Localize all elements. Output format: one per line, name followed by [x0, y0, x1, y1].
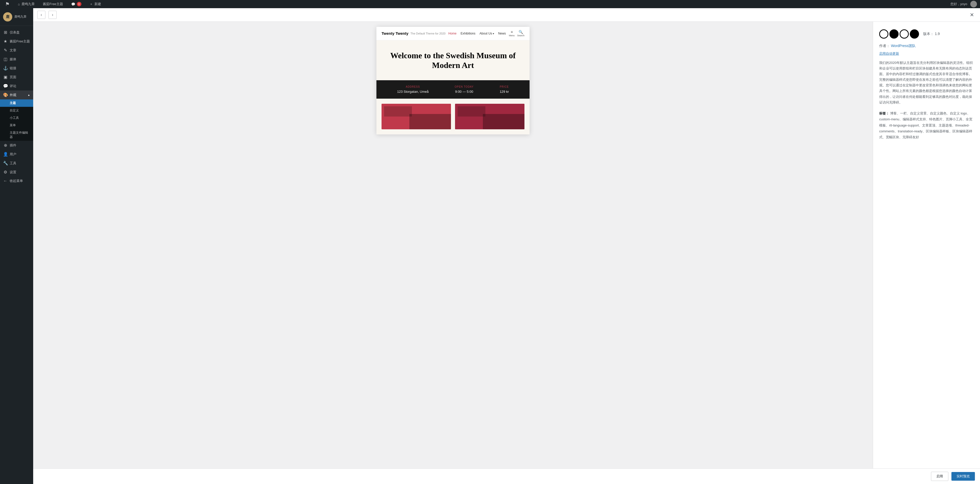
sidebar-item-media[interactable]: ◫媒体	[0, 55, 33, 64]
activate-button[interactable]: 启用	[931, 472, 948, 481]
tags-list: 博客、一栏、自定义背景、自定义颜色、自定义 logo、custom-menu、编…	[879, 112, 972, 139]
theme-tags: 标签： 博客、一栏、自定义背景、自定义颜色、自定义 logo、custom-me…	[879, 110, 974, 140]
demo-nav-home[interactable]: Home	[449, 32, 457, 35]
preview-close-button[interactable]: ✕	[968, 11, 976, 19]
infobar-hours-value: 9:00 — 5:00	[455, 90, 473, 94]
version-number: 1.9	[935, 32, 940, 36]
sidebar-logo: 鹿 鹿鸣九章	[0, 8, 33, 26]
author-link[interactable]: WordPress团队	[891, 44, 916, 48]
demo-tagline: The Default Theme for 2020	[410, 32, 445, 35]
sidebar-item-plugin-theme[interactable]: ★酱茹Free主题	[0, 37, 33, 46]
user-greeting: 您好，yoyo	[950, 2, 967, 6]
links-icon: ⚓	[3, 65, 8, 70]
sidebar-item-collapse[interactable]: ←收起菜单	[0, 177, 33, 185]
infobar-hours-label: OPEN TODAY	[455, 85, 473, 88]
preview-info-panel: 版本： 1.9 作者： WordPress团队 启用自动更新 我们的2020年默…	[873, 22, 980, 484]
theme-logo-circle-3	[900, 29, 909, 38]
appearance-icon: 🎨	[3, 93, 8, 97]
dashboard-icon: ⊞	[3, 30, 8, 35]
sidebar-item-comments[interactable]: 💬评论	[0, 81, 33, 91]
sidebar-item-pages[interactable]: ▣页面	[0, 73, 33, 81]
demo-cards	[376, 99, 530, 134]
home-icon: ⌂	[18, 2, 20, 6]
theme-description: 我们的2020年默认主题旨在充分利用区块编辑器的灵活性。组织和企业可以使用群组和…	[879, 60, 974, 105]
infobar-address-label: ADDRESS	[397, 85, 429, 88]
demo-search-icon[interactable]: 🔍 Search	[517, 30, 525, 37]
theme-preview-overlay: ‹ › ✕ Twenty Twenty The Default Theme fo…	[33, 8, 980, 484]
sidebar-item-dashboard[interactable]: ⊞仪表盘	[0, 28, 33, 37]
theme-demo: Twenty Twenty The Default Theme for 2020…	[376, 27, 530, 134]
author-label: 作者：	[879, 44, 890, 48]
adminbar-comments[interactable]: 💬 0	[69, 0, 83, 8]
adminbar-new[interactable]: ＋ 新建	[88, 0, 103, 8]
submenu-themes[interactable]: 主题	[0, 99, 33, 107]
demo-hero-title: Welcome to the Swedish Museum of Modern …	[384, 51, 522, 70]
autoupdate-link[interactable]: 启用自动更新	[879, 51, 974, 56]
demo-nav-icons: ≡ Menu 🔍 Search	[509, 30, 525, 37]
infobar-hours: OPEN TODAY 9:00 — 5:00	[455, 85, 473, 94]
demo-brand: Twenty Twenty	[382, 31, 408, 35]
submenu-menus[interactable]: 菜单	[0, 121, 33, 129]
demo-nav-exhibitions[interactable]: Exhibitions	[461, 32, 476, 35]
posts-icon: ✎	[3, 48, 8, 53]
demo-card-2	[455, 104, 525, 129]
appearance-submenu: 主题 自定义 小工具 菜单 主题文件编辑器	[0, 99, 33, 141]
live-preview-button[interactable]: 实时预览	[951, 472, 975, 481]
demo-card-inner-1	[409, 114, 451, 129]
plus-icon: ＋	[89, 2, 93, 6]
tags-label: 标签：	[879, 112, 889, 115]
plugins-icon: ⊕	[3, 143, 8, 148]
sidebar-item-appearance[interactable]: 🎨外观▲ 主题 自定义 小工具 菜单 主题文件编辑器	[0, 91, 33, 141]
sidebar-item-links[interactable]: ⚓链接	[0, 64, 33, 73]
comments-icon: 💬	[3, 83, 8, 88]
site-icon: 鹿	[3, 12, 12, 21]
theme-author: 作者： WordPress团队	[879, 44, 974, 48]
tools-icon: 🔧	[3, 161, 8, 166]
theme-logo-circles	[879, 29, 919, 38]
adminbar-theme[interactable]: 酱茹Free主题	[41, 0, 65, 8]
demo-nav-links: Home Exhibitions About Us News	[449, 32, 506, 35]
preview-prev-button[interactable]: ‹	[37, 11, 45, 19]
admin-bar: ⚑ ⌂ 鹿鸣九章 酱茹Free主题 💬 0 ＋ 新建 您好，yoyo	[0, 0, 980, 8]
adminbar-user: 您好，yoyo	[950, 1, 977, 7]
theme-logo-area: 版本： 1.9	[879, 29, 974, 38]
sidebar-item-posts[interactable]: ✎文章	[0, 46, 33, 55]
media-icon: ◫	[3, 57, 8, 62]
preview-next-button[interactable]: ›	[48, 11, 57, 19]
submenu-widgets[interactable]: 小工具	[0, 114, 33, 121]
comment-count: 0	[77, 2, 81, 6]
collapse-icon: ←	[3, 179, 8, 183]
sidebar-item-plugins[interactable]: ⊕插件	[0, 141, 33, 150]
submenu-theme-editor[interactable]: 主题文件编辑器	[0, 129, 33, 141]
preview-frame: Twenty Twenty The Default Theme for 2020…	[33, 22, 873, 484]
sidebar-menu: ⊞仪表盘 ★酱茹Free主题 ✎文章 ◫媒体 ⚓链接 ▣页面 💬评论 🎨外观▲ …	[0, 26, 33, 187]
site-name: 鹿鸣九章	[14, 15, 27, 19]
sidebar-item-tools[interactable]: 🔧工具	[0, 159, 33, 168]
sidebar-item-users[interactable]: 👤用户	[0, 150, 33, 159]
theme-logo-circle-1	[879, 29, 888, 38]
sidebar-item-settings[interactable]: ⚙设置	[0, 168, 33, 177]
pages-icon: ▣	[3, 75, 8, 80]
adminbar-site-name[interactable]: ⌂ 鹿鸣九章	[16, 0, 37, 8]
demo-infobar: ADDRESS 123 Storgatan, Umeå OPEN TODAY 9…	[376, 80, 530, 99]
infobar-price-label: PRICE	[500, 85, 509, 88]
theme-logo-circle-2	[889, 29, 899, 38]
submenu-customize[interactable]: 自定义	[0, 107, 33, 114]
demo-menu-icon[interactable]: ≡ Menu	[509, 30, 515, 37]
preview-toolbar: ‹ › ✕	[33, 8, 980, 22]
demo-card-inner2-2	[458, 106, 485, 117]
demo-nav: Twenty Twenty The Default Theme for 2020…	[376, 27, 530, 40]
wp-logo-icon[interactable]: ⚑	[3, 0, 12, 8]
infobar-address-value: 123 Storgatan, Umeå	[397, 90, 429, 94]
theme-logo-circle-4	[910, 29, 919, 38]
infobar-address: ADDRESS 123 Storgatan, Umeå	[397, 85, 429, 94]
demo-hero: Welcome to the Swedish Museum of Modern …	[376, 40, 530, 80]
infobar-price: PRICE 129 kr	[500, 85, 509, 94]
star-icon: ★	[3, 39, 8, 44]
infobar-price-value: 129 kr	[500, 90, 509, 94]
demo-card-1	[382, 104, 451, 129]
version-label: 版本：	[923, 32, 934, 36]
theme-version-info: 版本： 1.9	[923, 32, 940, 36]
demo-nav-about[interactable]: About Us	[479, 32, 494, 35]
demo-nav-news[interactable]: News	[498, 32, 506, 35]
